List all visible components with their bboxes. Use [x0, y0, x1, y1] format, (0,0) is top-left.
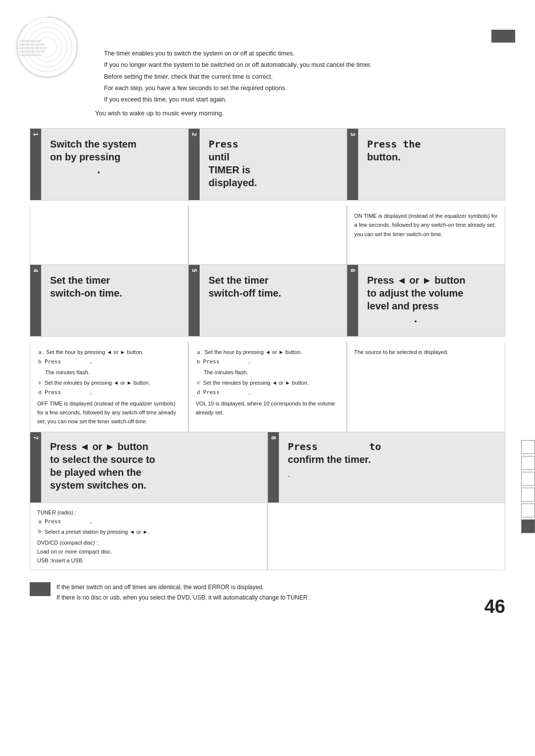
detail-5-item-2: ｂ Press .: [196, 357, 339, 366]
step-8-number: 8: [270, 436, 277, 440]
example-line: You wish to wake up to music every morni…: [59, 108, 505, 118]
detail-5: ａ. Set the hour by pressing ◄ or ► butto…: [188, 342, 347, 432]
step-5-number-bar: 5: [189, 265, 200, 336]
detail-4-item-2: ｂ Press .: [37, 357, 181, 366]
step-3-number: 3: [349, 133, 356, 136]
svg-text:01010101010101010101010: 01010101010101010101010: [18, 47, 47, 50]
detail-4: ａ. Set the hour by pressing ◄ or ► butto…: [30, 342, 188, 432]
step-7-cell: 7 Press ◄ or ► button to select the sour…: [30, 432, 268, 503]
step-2-until: until: [209, 151, 229, 162]
step-6-number: 6: [349, 269, 356, 272]
detail-4-offtime: OFF TIME is displayed (instead of the eq…: [37, 399, 181, 426]
page-number: 46: [484, 596, 505, 617]
step-5-number: 5: [191, 269, 198, 272]
detail-row-3: TUNER (radio) : ａ Press . ｂ Select a pre…: [30, 503, 505, 570]
steps-row-1: 1 Switch the system on by pressing . 2 P…: [30, 128, 505, 201]
step-7-number: 7: [32, 436, 39, 440]
step-6-cell: 6 Press ◄ or ► button to adjust the volu…: [347, 265, 505, 337]
side-tab-4[interactable]: [521, 488, 535, 502]
step-1-number-bar: 1: [30, 129, 41, 200]
step-5-content: Set the timer switch-off time.: [209, 274, 338, 300]
example-text: You wish to wake up to music every morni…: [95, 109, 224, 117]
detail-4-item-4: ｃ Set the minutes by pressing ◄ or ► but…: [37, 378, 181, 387]
header-area: [104, 20, 505, 39]
intro-section: The timer enables you to switch the syst…: [104, 49, 505, 105]
side-tab-2[interactable]: [521, 456, 535, 470]
step-6-title-line1: Press ◄ or ► button: [367, 275, 466, 286]
step-4-title-line1: Set the timer: [50, 275, 110, 286]
page-badge: [491, 30, 515, 43]
step-8-period: .: [288, 470, 497, 479]
step-2-displayed: displayed.: [209, 177, 257, 188]
note-icon: [30, 582, 51, 596]
step-1-title: Switch the system on by pressing .: [50, 138, 180, 176]
svg-text:01010101010101010: 01010101010101010: [20, 40, 41, 43]
step-7-title-line4: system switches on.: [50, 480, 147, 491]
step-8-title-line2: confirm the timer.: [288, 454, 371, 465]
side-tab-3[interactable]: [521, 472, 535, 486]
intro-line-3: Before setting the timer, check that the…: [104, 72, 505, 82]
step-4-title: Set the timer switch-on time.: [50, 274, 180, 300]
detail-8: [268, 503, 505, 570]
step-6-title-line4: .: [367, 313, 419, 325]
page: 0101010101010101010101010101010101010101…: [0, 0, 535, 632]
step-5-title-line1: Set the timer: [209, 275, 268, 286]
step-7-title-line2: to select the source to: [50, 454, 155, 465]
step-5-title: Set the timer switch-off time.: [209, 274, 338, 300]
detail-row-1: ON TIME is displayed (instead of the equ…: [30, 205, 505, 265]
footer-text: If the timer switch on and off times are…: [56, 582, 311, 603]
step-7-title-line3: be played when the: [50, 467, 141, 478]
step-3-number-bar: 3: [347, 129, 358, 200]
detail-row-2: ａ. Set the hour by pressing ◄ or ► butto…: [30, 342, 505, 432]
step-8-title: Press to confirm the timer.: [288, 440, 497, 466]
step-7-content: Press ◄ or ► button to select the source…: [50, 440, 259, 492]
step-6-number-bar: 6: [347, 265, 358, 336]
detail-5-vol: VOL 10 is displayed, where 10 correspond…: [196, 399, 339, 417]
step-2-title: Press until TIMER is displayed.: [209, 138, 338, 189]
step-2-timer: TIMER: [209, 164, 239, 175]
step-2-is: is: [242, 164, 251, 175]
side-tab-1[interactable]: [521, 440, 535, 454]
detail-2: [188, 205, 347, 265]
side-tab-6[interactable]: [521, 519, 535, 533]
detail-7-usb: USB :Insert a USB.: [37, 556, 260, 565]
step-5-title-line2: switch-off time.: [209, 288, 281, 299]
step-1-title-line2: on by pressing: [50, 151, 120, 162]
side-tab-5[interactable]: [521, 504, 535, 517]
detail-4-item-1: ａ. Set the hour by pressing ◄ or ► butto…: [37, 348, 181, 356]
step-1-title-line1: Switch the system: [50, 139, 137, 150]
step-4-title-line2: switch-on time.: [50, 288, 122, 299]
spiral-decoration: 0101010101010101010101010101010101010101…: [15, 15, 79, 79]
svg-text:01010101010101010: 01010101010101010: [20, 54, 41, 56]
step-7-title: Press ◄ or ► button to select the source…: [50, 440, 259, 492]
steps-row-2: 4 Set the timer switch-on time. 5 Set th…: [30, 265, 505, 337]
step-1-title-line3: .: [50, 164, 102, 176]
page-title: [104, 20, 505, 39]
detail-4-item-5: ｄ Press .: [37, 388, 181, 397]
svg-text:010101010101010101010: 010101010101010101010: [19, 50, 45, 53]
step-4-content: Set the timer switch-on time.: [50, 274, 180, 300]
step-6-title: Press ◄ or ► button to adjust the volume…: [367, 274, 497, 325]
step-8-title-line1: Press to: [288, 441, 381, 453]
step-1-content: Switch the system on by pressing .: [50, 138, 180, 176]
detail-3: ON TIME is displayed (instead of the equ…: [347, 205, 505, 265]
step-8-cell: 8 Press to confirm the timer. .: [268, 432, 505, 503]
detail-3-text: ON TIME is displayed (instead of the equ…: [354, 211, 498, 238]
intro-line-1: The timer enables you to switch the syst…: [104, 49, 505, 59]
intro-line-2: If you no longer want the system to be s…: [104, 60, 505, 70]
step-8-number-bar: 8: [268, 432, 279, 503]
step-1-cell: 1 Switch the system on by pressing .: [30, 128, 188, 201]
step-7-number-bar: 7: [30, 432, 41, 503]
detail-4-item-3: The minutes flash.: [45, 368, 181, 377]
step-4-number-bar: 4: [30, 265, 41, 336]
step-5-cell: 5 Set the timer switch-off time.: [188, 265, 347, 337]
detail-1: [30, 205, 188, 265]
step-3-content: Press the button.: [367, 138, 497, 163]
detail-7-item-2: ｂ Select a preset station by pressing ◄ …: [37, 527, 260, 536]
step-6-content: Press ◄ or ► button to adjust the volume…: [367, 274, 497, 325]
footer-note: If the timer switch on and off times are…: [30, 582, 505, 603]
step-4-cell: 4 Set the timer switch-on time.: [30, 265, 188, 337]
detail-7: TUNER (radio) : ａ Press . ｂ Select a pre…: [30, 503, 268, 570]
detail-5-item-4: ｃ Set the minutes by pressing ◄ or ► but…: [196, 378, 339, 387]
example-icon: [59, 108, 91, 118]
